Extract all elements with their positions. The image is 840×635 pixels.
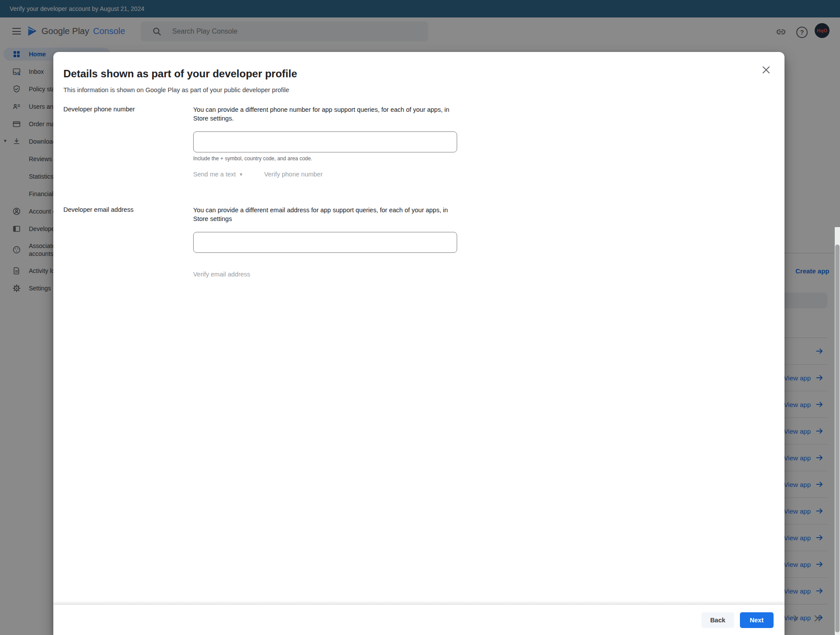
email-section-label: Developer email address	[63, 206, 193, 278]
send-me-a-text-dropdown[interactable]: Send me a text ▼	[193, 171, 243, 178]
phone-input[interactable]	[193, 131, 457, 152]
close-icon[interactable]	[761, 65, 771, 75]
back-button[interactable]: Back	[701, 612, 734, 628]
verify-email-address-button[interactable]: Verify email address	[193, 271, 250, 278]
phone-helper-text: Include the + symbol, country code, and …	[193, 155, 457, 162]
dialog-subtitle: This information is shown on Google Play…	[63, 86, 784, 93]
dialog-title: Details shown as part of your developer …	[63, 68, 784, 80]
next-button[interactable]: Next	[740, 612, 774, 628]
email-section: Developer email address You can provide …	[63, 206, 784, 278]
verify-phone-number-button[interactable]: Verify phone number	[264, 171, 323, 178]
screen: Verify your developer account by August …	[0, 0, 840, 635]
dropdown-caret-icon: ▼	[239, 172, 243, 177]
phone-section: Developer phone number You can provide a…	[63, 105, 784, 178]
dialog-footer: Back Next	[53, 604, 784, 635]
phone-actions: Send me a text ▼ Verify phone number	[193, 171, 457, 178]
email-input[interactable]	[193, 232, 457, 253]
phone-description: You can provide a different phone number…	[193, 105, 457, 123]
phone-section-label: Developer phone number	[63, 105, 193, 178]
email-description: You can provide a different email addres…	[193, 206, 457, 223]
email-actions: Verify email address	[193, 271, 457, 278]
developer-profile-dialog: Details shown as part of your developer …	[53, 52, 784, 635]
scrollbar-thumb[interactable]	[835, 245, 840, 632]
